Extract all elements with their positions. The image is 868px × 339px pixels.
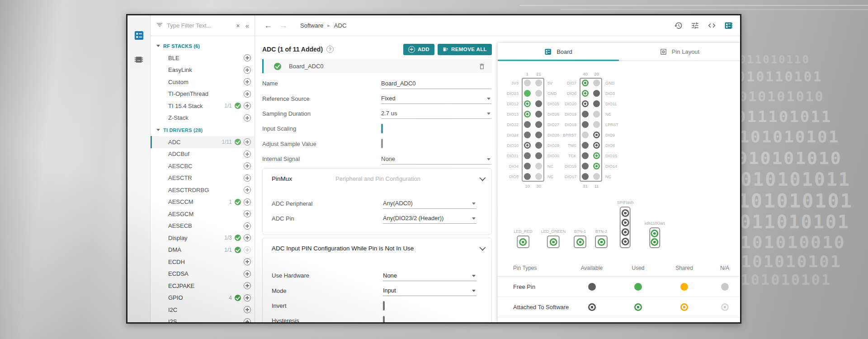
history-icon[interactable] <box>674 21 683 30</box>
component-box[interactable] <box>620 207 631 248</box>
sidebar-item-ti-openthread[interactable]: TI-OpenThread <box>151 88 255 100</box>
pin-header-2: 4020DIO7GNDDIO6DIO3DIO20DIO11DIO19NCDIO1… <box>559 70 623 190</box>
filter-input[interactable]: Type Filter Text... <box>167 22 231 29</box>
code-view-icon[interactable] <box>707 21 716 30</box>
add-instance-icon[interactable] <box>244 114 251 122</box>
checkbox-input-scaling[interactable] <box>381 124 383 133</box>
add-button[interactable]: ADD <box>403 44 434 55</box>
add-instance-icon[interactable] <box>244 198 251 206</box>
pinmux-header[interactable]: PinMux Peripheral and Pin Configuration <box>272 169 484 188</box>
tab-board[interactable]: Board <box>498 43 619 61</box>
pin-na-icon <box>593 111 600 118</box>
component-box[interactable] <box>574 235 586 248</box>
sidebar-item-aesecb[interactable]: AESECB <box>151 220 255 232</box>
sidebar-item-easylink[interactable]: EasyLink <box>151 64 255 76</box>
text-input-name[interactable]: Board_ADC0 <box>381 78 491 89</box>
sidebar-item-ecdh[interactable]: ECDH <box>151 256 255 268</box>
sidebar-item-ble[interactable]: BLE <box>151 52 255 64</box>
pin-att-dark-icon <box>621 219 629 226</box>
component-box[interactable] <box>547 235 560 248</box>
sidebar-item-aesgcm[interactable]: AESGCM <box>151 208 255 220</box>
pin-header-1: 1213V35VDIO23GNDDIO12DIO25DIO13DIO26DIO2… <box>501 70 565 190</box>
checkbox-hysteresis[interactable] <box>383 316 385 322</box>
sidebar-item-i2c[interactable]: I2C <box>151 304 255 316</box>
select-reference-source[interactable]: Fixed <box>381 93 491 104</box>
collapse-sidebar-icon[interactable]: « <box>245 22 250 29</box>
add-instance-icon[interactable] <box>244 258 251 265</box>
add-instance-icon[interactable] <box>244 78 251 85</box>
sidebar-item-custom[interactable]: Custom <box>151 76 255 88</box>
add-instance-icon[interactable] <box>244 282 251 289</box>
tree-group-ti-drivers-28[interactable]: TI DRIVERS (28) <box>151 124 255 136</box>
software-view-icon[interactable] <box>133 30 144 41</box>
select-adc-peripheral[interactable]: Any(ADC0) <box>383 198 476 209</box>
back-button[interactable]: ← <box>262 21 274 30</box>
select-use-hardware[interactable]: None <box>383 270 476 281</box>
pin-used-icon <box>524 90 531 97</box>
tune-settings-icon[interactable] <box>690 21 699 30</box>
item-badges: 1/11 <box>222 138 251 146</box>
pin-dark-icon <box>535 152 542 159</box>
select-internal-signal[interactable]: None <box>381 154 491 165</box>
sidebar-item-adc[interactable]: ADC1/11 <box>151 136 255 148</box>
add-instance-icon[interactable] <box>244 222 251 230</box>
tree-group-rf-stacks-6[interactable]: RF STACKS (6) <box>151 40 255 52</box>
component-box[interactable] <box>595 235 608 248</box>
remove-all-button[interactable]: REMOVE ALL <box>438 44 492 55</box>
component-box[interactable] <box>517 235 529 248</box>
board-panel: Board Pin Layout Pin TypesAvailableUsedS… <box>497 43 740 322</box>
hardware-view-icon[interactable] <box>133 54 144 65</box>
component-box[interactable] <box>649 227 660 248</box>
checkbox-invert[interactable] <box>383 301 385 311</box>
add-instance-icon[interactable] <box>244 102 251 109</box>
forward-button[interactable]: → <box>278 21 289 30</box>
add-instance-icon[interactable] <box>244 90 251 98</box>
breadcrumb-parent[interactable]: Software <box>300 22 323 29</box>
notinuse-header[interactable]: ADC Input PIN Configuration While Pin is… <box>272 238 484 258</box>
board-view-icon[interactable] <box>724 21 733 30</box>
item-label: Custom <box>168 79 189 85</box>
tab-pin-layout[interactable]: Pin Layout <box>619 43 740 61</box>
header-buttons: ADD REMOVE ALL <box>403 44 492 55</box>
sidebar-item-ti-15-4-stack[interactable]: TI 15.4 Stack1/1 <box>151 100 255 112</box>
component-btn-2: BTN-2 <box>595 229 608 248</box>
add-instance-icon[interactable] <box>244 306 251 313</box>
instance-row[interactable]: Board_ADC0 <box>262 59 492 73</box>
add-instance-icon[interactable] <box>244 210 251 217</box>
pin-label-left: DIO16 <box>559 164 580 169</box>
add-instance-icon[interactable] <box>244 174 251 182</box>
add-instance-icon[interactable] <box>244 151 251 158</box>
add-instance-icon[interactable] <box>244 234 251 241</box>
help-icon[interactable]: ? <box>326 46 334 53</box>
select-mode[interactable]: Input <box>383 285 476 296</box>
sidebar-item-dma[interactable]: DMA1/1 <box>151 244 255 256</box>
add-instance-icon[interactable] <box>244 162 251 170</box>
sidebar-item-aesctrdrbg[interactable]: AESCTRDRBG <box>151 184 255 196</box>
add-instance-icon[interactable] <box>244 66 251 74</box>
pin-row-dio16: DIO16DIO14 <box>559 161 623 171</box>
check-icon <box>235 199 241 205</box>
add-instance-icon[interactable] <box>244 186 251 193</box>
sidebar-item-ecjpake[interactable]: ECJPAKE <box>151 280 255 292</box>
sidebar-item-aesctr[interactable]: AESCTR <box>151 172 255 184</box>
sidebar-item-i2s[interactable]: I2S <box>151 316 255 323</box>
sidebar-item-adcbuf[interactable]: ADCBuf <box>151 148 255 160</box>
clear-filter-icon[interactable]: × <box>235 22 241 29</box>
sidebar-item-gpio[interactable]: GPIO4 <box>151 292 255 304</box>
sidebar-item-aescbc[interactable]: AESCBC <box>151 160 255 172</box>
add-instance-icon[interactable] <box>244 138 251 146</box>
sidebar-item-display[interactable]: Display1/3 <box>151 232 255 244</box>
sidebar-item-aesccm[interactable]: AESCCM1 <box>151 196 255 208</box>
add-instance-icon[interactable] <box>244 270 251 278</box>
pinmux-subtitle: Peripheral and Pin Configuration <box>272 175 484 182</box>
checkbox-adjust-sample-value[interactable] <box>381 139 383 148</box>
sidebar-item-z-stack[interactable]: Z-Stack <box>151 112 255 124</box>
select-sampling-duration[interactable]: 2.7 us <box>381 108 491 119</box>
add-instance-icon[interactable] <box>244 54 251 61</box>
delete-instance-icon[interactable] <box>478 63 486 70</box>
add-instance-icon[interactable] <box>244 318 251 322</box>
add-instance-icon[interactable] <box>244 294 251 301</box>
select-adc-pin[interactable]: Any(DIO23/2 (Header)) <box>383 213 476 224</box>
sidebar-item-ecdsa[interactable]: ECDSA <box>151 268 255 280</box>
instance-count: 1/11 <box>222 139 232 145</box>
